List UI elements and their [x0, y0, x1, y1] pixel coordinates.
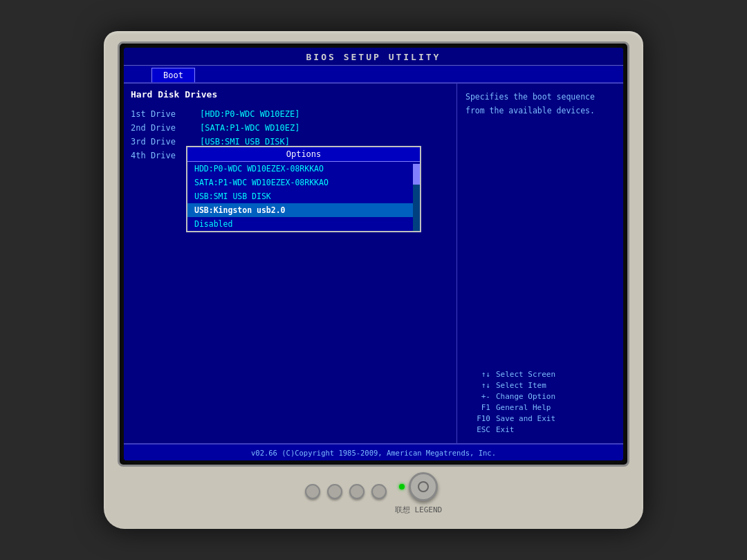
popup-item-selected[interactable]: USB:Kingston usb2.0: [187, 203, 420, 217]
key-f10: F10: [465, 414, 490, 423]
popup-item[interactable]: SATA:P1-WDC WD10EZEX-08RKKAO: [187, 176, 420, 189]
monitor: BIOS SETUP UTILITY Boot Hard Disk Drives…: [104, 31, 643, 529]
brand-logo: 联想 LEGEND: [395, 505, 442, 515]
table-row: 3rd Drive [USB:SMI USB DISK]: [131, 137, 450, 147]
bios-title: BIOS SETUP UTILITY: [306, 52, 441, 62]
key-row: ESC Exit: [465, 425, 615, 434]
footer-bar: v02.66 (C)Copyright 1985-2009, American …: [124, 443, 623, 460]
popup-item[interactable]: Disabled: [187, 217, 420, 231]
left-panel: Hard Disk Drives 1st Drive [HDD:P0-WDC W…: [124, 84, 457, 443]
right-panel-full: Specifies the boot sequence from the ava…: [465, 91, 615, 436]
drive-label-3: 3rd Drive: [131, 137, 200, 147]
key-row: F10 Save and Exit: [465, 414, 615, 423]
right-panel: Specifies the boot sequence from the ava…: [457, 84, 623, 443]
nav-bar: Boot: [124, 66, 623, 84]
footer-text: v02.66 (C)Copyright 1985-2009, American …: [251, 449, 496, 457]
options-popup: Options HDD:P0-WDC WD10EZEX-08RKKAO SATA…: [186, 146, 421, 232]
key-select-item: Select Item: [496, 381, 546, 390]
main-content: Hard Disk Drives 1st Drive [HDD:P0-WDC W…: [124, 84, 623, 443]
scrollbar[interactable]: [413, 164, 420, 231]
popup-title: Options: [187, 147, 420, 162]
key-row: F1 General Help: [465, 403, 615, 412]
key-arrows: ↑↓: [465, 370, 490, 379]
popup-item[interactable]: USB:SMI USB DISK: [187, 189, 420, 203]
monitor-controls: [305, 484, 387, 499]
key-general-help: General Help: [496, 403, 551, 412]
drive-label-2: 2nd Drive: [131, 123, 200, 133]
drive-label-1: 1st Drive: [131, 109, 200, 119]
power-button[interactable]: [409, 472, 438, 501]
screen-bezel: BIOS SETUP UTILITY Boot Hard Disk Drives…: [118, 41, 629, 467]
monitor-bottom: 联想 LEGEND: [118, 467, 629, 529]
key-row: ↑↓ Select Screen: [465, 370, 615, 379]
keys-area: ↑↓ Select Screen ↑↓ Select Item +- Chang…: [465, 356, 615, 436]
boot-tab[interactable]: Boot: [151, 68, 195, 82]
ctrl-btn-3[interactable]: [349, 484, 365, 499]
section-title: Hard Disk Drives: [131, 89, 450, 100]
key-save-exit: Save and Exit: [496, 414, 555, 423]
monitor-controls-row: 联想 LEGEND: [118, 472, 629, 515]
key-select-screen: Select Screen: [496, 370, 555, 379]
key-row: ↑↓ Select Item: [465, 381, 615, 390]
popup-item[interactable]: HDD:P0-WDC WD10EZEX-08RKKAO: [187, 162, 420, 176]
scrollbar-thumb: [413, 164, 420, 185]
key-plusminus: +-: [465, 392, 490, 401]
title-bar: BIOS SETUP UTILITY: [124, 48, 623, 66]
drive-value-3[interactable]: [USB:SMI USB DISK]: [200, 137, 290, 147]
key-arrows2: ↑↓: [465, 381, 490, 390]
power-indicator: [399, 484, 405, 489]
drive-value-1[interactable]: [HDD:P0-WDC WD10EZE]: [200, 109, 300, 119]
table-row: 2nd Drive [SATA:P1-WDC WD10EZ]: [131, 123, 450, 133]
ctrl-btn-4[interactable]: [371, 484, 387, 499]
key-change-option: Change Option: [496, 392, 555, 401]
power-icon: [418, 481, 429, 492]
key-esc: ESC: [465, 425, 490, 434]
key-exit: Exit: [496, 425, 515, 434]
table-row: 1st Drive [HDD:P0-WDC WD10EZE]: [131, 109, 450, 119]
bios-screen: BIOS SETUP UTILITY Boot Hard Disk Drives…: [124, 48, 623, 460]
help-text: Specifies the boot sequence from the ava…: [465, 91, 615, 118]
key-row: +- Change Option: [465, 392, 615, 401]
ctrl-btn-2[interactable]: [327, 484, 342, 499]
key-f1: F1: [465, 403, 490, 412]
drive-value-2[interactable]: [SATA:P1-WDC WD10EZ]: [200, 123, 300, 133]
ctrl-btn-1[interactable]: [305, 484, 320, 499]
